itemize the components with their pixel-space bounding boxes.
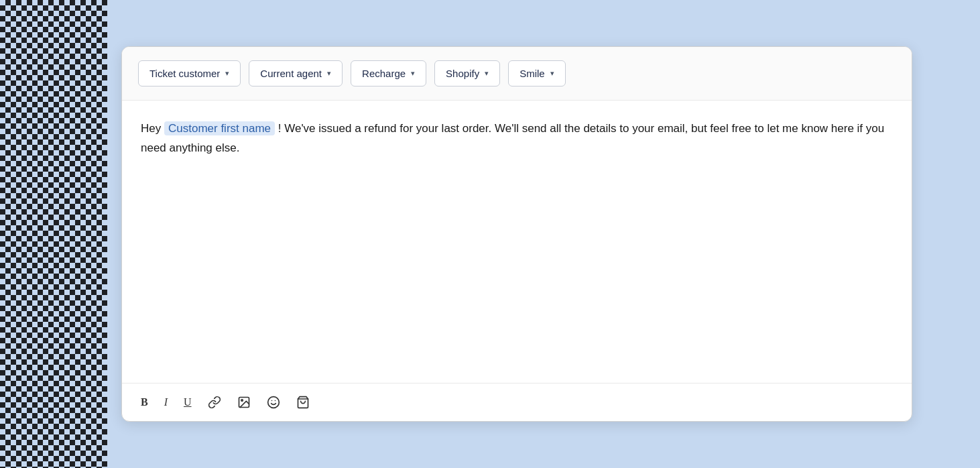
shopify-bag-button[interactable] <box>294 393 312 412</box>
emoji-button[interactable] <box>264 393 283 412</box>
emoji-icon <box>267 396 280 409</box>
current-agent-chevron-icon: ▾ <box>327 69 331 78</box>
bold-button[interactable]: B <box>138 394 151 411</box>
ticket-customer-dropdown[interactable]: Ticket customer ▾ <box>138 60 241 86</box>
smile-label: Smile <box>519 68 545 79</box>
underline-button[interactable]: U <box>181 394 194 411</box>
recharge-chevron-icon: ▾ <box>411 69 415 78</box>
current-agent-label: Current agent <box>260 68 322 79</box>
smile-chevron-icon: ▾ <box>550 69 554 78</box>
image-icon <box>237 396 251 409</box>
ticket-customer-label: Ticket customer <box>149 68 220 79</box>
editor-panel: Ticket customer ▾ Current agent ▾ Rechar… <box>121 46 912 422</box>
content-paragraph: Hey Customer first name ! We've issued a… <box>141 119 893 158</box>
recharge-label: Recharge <box>362 68 406 79</box>
recharge-dropdown[interactable]: Recharge ▾ <box>351 60 426 86</box>
italic-icon: I <box>164 396 168 408</box>
shopify-bag-icon <box>296 396 310 409</box>
content-prefix: Hey <box>141 122 164 135</box>
shopify-dropdown[interactable]: Shopify ▾ <box>434 60 500 86</box>
content-area[interactable]: Hey Customer first name ! We've issued a… <box>122 101 912 383</box>
svg-point-2 <box>267 397 279 408</box>
smile-dropdown[interactable]: Smile ▾ <box>508 60 566 86</box>
variable-toolbar: Ticket customer ▾ Current agent ▾ Rechar… <box>122 47 912 101</box>
customer-first-name-tag[interactable]: Customer first name <box>164 121 275 135</box>
link-icon <box>208 396 221 409</box>
underline-icon: U <box>184 396 192 408</box>
shopify-chevron-icon: ▾ <box>485 69 489 78</box>
checkerboard-decoration <box>0 0 107 468</box>
svg-point-1 <box>241 400 243 402</box>
current-agent-dropdown[interactable]: Current agent ▾ <box>249 60 343 86</box>
bold-icon: B <box>141 396 148 408</box>
format-toolbar: B I U <box>122 383 912 421</box>
link-button[interactable] <box>205 393 224 412</box>
image-button[interactable] <box>235 393 253 412</box>
ticket-customer-chevron-icon: ▾ <box>225 69 229 78</box>
shopify-label: Shopify <box>446 68 479 79</box>
italic-button[interactable]: I <box>162 394 170 411</box>
